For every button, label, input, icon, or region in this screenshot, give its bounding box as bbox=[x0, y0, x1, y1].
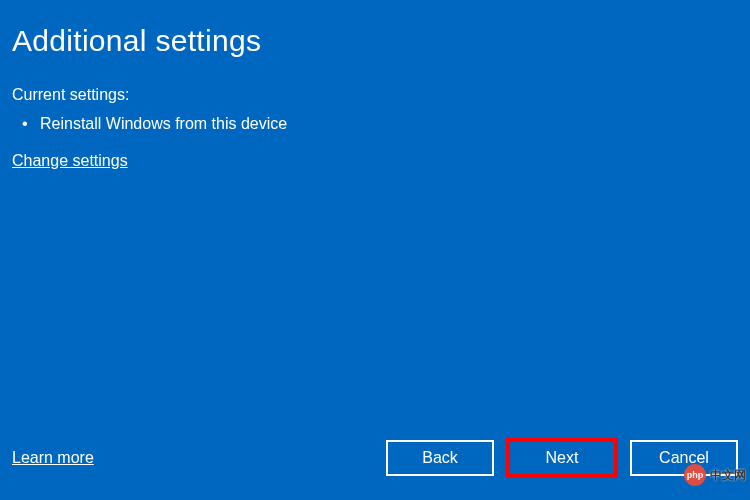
spacer bbox=[12, 170, 738, 440]
current-settings-label: Current settings: bbox=[12, 86, 738, 104]
back-button[interactable]: Back bbox=[386, 440, 494, 476]
additional-settings-dialog: Additional settings Current settings: Re… bbox=[0, 0, 750, 500]
cancel-button[interactable]: Cancel bbox=[630, 440, 738, 476]
list-item: Reinstall Windows from this device bbox=[12, 112, 738, 136]
settings-bullet-list: Reinstall Windows from this device bbox=[12, 112, 738, 136]
dialog-title: Additional settings bbox=[12, 24, 738, 58]
learn-more-link[interactable]: Learn more bbox=[12, 449, 94, 467]
dialog-footer: Learn more Back Next Cancel bbox=[12, 440, 738, 480]
next-button[interactable]: Next bbox=[508, 440, 616, 476]
change-settings-link[interactable]: Change settings bbox=[12, 152, 738, 170]
